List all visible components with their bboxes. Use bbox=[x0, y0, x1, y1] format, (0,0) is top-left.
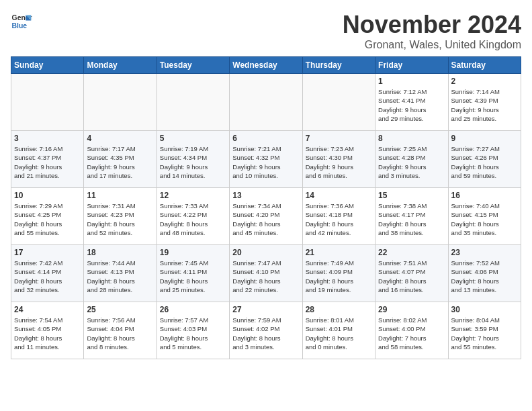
day-number: 21 bbox=[306, 248, 372, 257]
day-info: Sunrise: 7:33 AM Sunset: 4:22 PM Dayligh… bbox=[160, 201, 226, 237]
day-number: 5 bbox=[160, 134, 226, 143]
page-header: General Blue November 2024 Gronant, Wale… bbox=[11, 11, 521, 51]
calendar-cell: 10Sunrise: 7:29 AM Sunset: 4:25 PM Dayli… bbox=[11, 188, 84, 245]
weekday-header-saturday: Saturday bbox=[448, 57, 521, 74]
calendar-cell bbox=[157, 74, 229, 131]
day-number: 26 bbox=[160, 305, 226, 314]
day-info: Sunrise: 7:47 AM Sunset: 4:10 PM Dayligh… bbox=[232, 259, 299, 294]
calendar-cell bbox=[84, 74, 157, 131]
day-info: Sunrise: 7:36 AM Sunset: 4:18 PM Dayligh… bbox=[306, 201, 372, 237]
calendar-cell: 9Sunrise: 7:27 AM Sunset: 4:26 PM Daylig… bbox=[448, 131, 521, 188]
calendar-cell: 13Sunrise: 7:34 AM Sunset: 4:20 PM Dayli… bbox=[230, 188, 302, 245]
weekday-header-sunday: Sunday bbox=[11, 57, 84, 74]
calendar-cell: 18Sunrise: 7:44 AM Sunset: 4:13 PM Dayli… bbox=[84, 245, 157, 302]
calendar-cell bbox=[230, 74, 302, 131]
calendar-cell: 17Sunrise: 7:42 AM Sunset: 4:14 PM Dayli… bbox=[11, 245, 84, 302]
day-number: 9 bbox=[451, 134, 518, 143]
calendar-cell: 29Sunrise: 8:02 AM Sunset: 4:00 PM Dayli… bbox=[375, 302, 448, 359]
calendar-cell: 28Sunrise: 8:01 AM Sunset: 4:01 PM Dayli… bbox=[302, 302, 375, 359]
day-info: Sunrise: 7:27 AM Sunset: 4:26 PM Dayligh… bbox=[451, 144, 518, 180]
calendar-cell: 15Sunrise: 7:38 AM Sunset: 4:17 PM Dayli… bbox=[375, 188, 448, 245]
calendar-cell: 11Sunrise: 7:31 AM Sunset: 4:23 PM Dayli… bbox=[84, 188, 157, 245]
calendar-table: SundayMondayTuesdayWednesdayThursdayFrid… bbox=[11, 56, 521, 359]
calendar-cell: 3Sunrise: 7:16 AM Sunset: 4:37 PM Daylig… bbox=[11, 131, 84, 188]
day-info: Sunrise: 7:49 AM Sunset: 4:09 PM Dayligh… bbox=[306, 259, 372, 294]
calendar-cell: 1Sunrise: 7:12 AM Sunset: 4:41 PM Daylig… bbox=[375, 74, 448, 131]
day-info: Sunrise: 7:19 AM Sunset: 4:34 PM Dayligh… bbox=[160, 144, 226, 180]
day-info: Sunrise: 7:14 AM Sunset: 4:39 PM Dayligh… bbox=[451, 87, 518, 123]
calendar-cell bbox=[11, 74, 84, 131]
day-info: Sunrise: 7:21 AM Sunset: 4:32 PM Dayligh… bbox=[232, 144, 299, 180]
svg-text:Blue: Blue bbox=[12, 22, 28, 30]
location: Gronant, Wales, United Kingdom bbox=[343, 39, 521, 51]
logo: General Blue bbox=[11, 11, 32, 32]
day-number: 20 bbox=[232, 248, 299, 257]
calendar-cell bbox=[302, 74, 375, 131]
day-info: Sunrise: 7:31 AM Sunset: 4:23 PM Dayligh… bbox=[87, 201, 153, 237]
day-number: 11 bbox=[87, 191, 153, 200]
day-number: 18 bbox=[87, 248, 153, 257]
calendar-cell: 16Sunrise: 7:40 AM Sunset: 4:15 PM Dayli… bbox=[448, 188, 521, 245]
weekday-header-monday: Monday bbox=[84, 57, 157, 74]
day-info: Sunrise: 7:54 AM Sunset: 4:05 PM Dayligh… bbox=[14, 316, 81, 351]
day-info: Sunrise: 7:25 AM Sunset: 4:28 PM Dayligh… bbox=[378, 144, 445, 180]
day-number: 8 bbox=[378, 134, 445, 143]
day-info: Sunrise: 8:02 AM Sunset: 4:00 PM Dayligh… bbox=[378, 316, 445, 351]
day-info: Sunrise: 7:34 AM Sunset: 4:20 PM Dayligh… bbox=[232, 201, 299, 237]
day-number: 30 bbox=[451, 305, 518, 314]
day-number: 27 bbox=[232, 305, 299, 314]
weekday-header-tuesday: Tuesday bbox=[157, 57, 229, 74]
day-info: Sunrise: 7:16 AM Sunset: 4:37 PM Dayligh… bbox=[14, 144, 81, 180]
day-info: Sunrise: 7:23 AM Sunset: 4:30 PM Dayligh… bbox=[306, 144, 372, 180]
day-number: 1 bbox=[378, 77, 445, 86]
weekday-header-thursday: Thursday bbox=[302, 57, 375, 74]
calendar-cell: 24Sunrise: 7:54 AM Sunset: 4:05 PM Dayli… bbox=[11, 302, 84, 359]
calendar-cell: 7Sunrise: 7:23 AM Sunset: 4:30 PM Daylig… bbox=[302, 131, 375, 188]
month-title: November 2024 bbox=[343, 11, 521, 39]
calendar-cell: 25Sunrise: 7:56 AM Sunset: 4:04 PM Dayli… bbox=[84, 302, 157, 359]
day-info: Sunrise: 7:45 AM Sunset: 4:11 PM Dayligh… bbox=[160, 259, 226, 294]
day-number: 10 bbox=[14, 191, 81, 200]
logo-icon: General Blue bbox=[11, 11, 32, 32]
day-info: Sunrise: 8:04 AM Sunset: 3:59 PM Dayligh… bbox=[451, 316, 518, 351]
calendar-cell: 22Sunrise: 7:51 AM Sunset: 4:07 PM Dayli… bbox=[375, 245, 448, 302]
day-info: Sunrise: 7:17 AM Sunset: 4:35 PM Dayligh… bbox=[87, 144, 153, 180]
calendar-cell: 30Sunrise: 8:04 AM Sunset: 3:59 PM Dayli… bbox=[448, 302, 521, 359]
day-number: 12 bbox=[160, 191, 226, 200]
day-info: Sunrise: 8:01 AM Sunset: 4:01 PM Dayligh… bbox=[306, 316, 372, 351]
calendar-cell: 5Sunrise: 7:19 AM Sunset: 4:34 PM Daylig… bbox=[157, 131, 229, 188]
weekday-header-wednesday: Wednesday bbox=[230, 57, 302, 74]
day-info: Sunrise: 7:44 AM Sunset: 4:13 PM Dayligh… bbox=[87, 259, 153, 294]
day-info: Sunrise: 7:38 AM Sunset: 4:17 PM Dayligh… bbox=[378, 201, 445, 237]
day-number: 28 bbox=[306, 305, 372, 314]
calendar-cell: 27Sunrise: 7:59 AM Sunset: 4:02 PM Dayli… bbox=[230, 302, 302, 359]
calendar-cell: 19Sunrise: 7:45 AM Sunset: 4:11 PM Dayli… bbox=[157, 245, 229, 302]
day-number: 6 bbox=[232, 134, 299, 143]
day-number: 17 bbox=[14, 248, 81, 257]
calendar-cell: 12Sunrise: 7:33 AM Sunset: 4:22 PM Dayli… bbox=[157, 188, 229, 245]
day-info: Sunrise: 7:29 AM Sunset: 4:25 PM Dayligh… bbox=[14, 201, 81, 237]
day-number: 24 bbox=[14, 305, 81, 314]
day-number: 13 bbox=[232, 191, 299, 200]
calendar-cell: 21Sunrise: 7:49 AM Sunset: 4:09 PM Dayli… bbox=[302, 245, 375, 302]
day-number: 29 bbox=[378, 305, 445, 314]
title-area: November 2024 Gronant, Wales, United Kin… bbox=[343, 11, 521, 51]
calendar-cell: 20Sunrise: 7:47 AM Sunset: 4:10 PM Dayli… bbox=[230, 245, 302, 302]
day-info: Sunrise: 7:57 AM Sunset: 4:03 PM Dayligh… bbox=[160, 316, 226, 351]
calendar-cell: 23Sunrise: 7:52 AM Sunset: 4:06 PM Dayli… bbox=[448, 245, 521, 302]
calendar-cell: 4Sunrise: 7:17 AM Sunset: 4:35 PM Daylig… bbox=[84, 131, 157, 188]
day-number: 25 bbox=[87, 305, 153, 314]
day-number: 2 bbox=[451, 77, 518, 86]
calendar-cell: 6Sunrise: 7:21 AM Sunset: 4:32 PM Daylig… bbox=[230, 131, 302, 188]
calendar-cell: 14Sunrise: 7:36 AM Sunset: 4:18 PM Dayli… bbox=[302, 188, 375, 245]
day-number: 15 bbox=[378, 191, 445, 200]
weekday-header-friday: Friday bbox=[375, 57, 448, 74]
day-number: 7 bbox=[306, 134, 372, 143]
day-number: 16 bbox=[451, 191, 518, 200]
day-info: Sunrise: 7:12 AM Sunset: 4:41 PM Dayligh… bbox=[378, 87, 445, 123]
day-info: Sunrise: 7:51 AM Sunset: 4:07 PM Dayligh… bbox=[378, 259, 445, 294]
calendar-cell: 2Sunrise: 7:14 AM Sunset: 4:39 PM Daylig… bbox=[448, 74, 521, 131]
day-number: 4 bbox=[87, 134, 153, 143]
day-info: Sunrise: 7:56 AM Sunset: 4:04 PM Dayligh… bbox=[87, 316, 153, 351]
day-info: Sunrise: 7:59 AM Sunset: 4:02 PM Dayligh… bbox=[232, 316, 299, 351]
